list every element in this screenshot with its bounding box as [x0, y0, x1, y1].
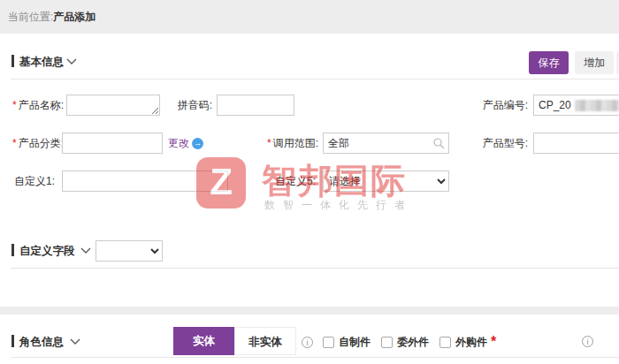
product-name-input[interactable] — [66, 95, 160, 116]
tab-entity[interactable]: 实体 — [173, 327, 234, 355]
breadcrumb-prefix: 当前位置: — [8, 11, 53, 23]
pinyin-input[interactable] — [217, 95, 294, 116]
part-type-options: i 自制件 委外件 外购件 * — [302, 329, 498, 355]
custom1-label: 自定义1: — [4, 171, 55, 192]
category-label: *产品分类: — [4, 133, 64, 154]
outsourced-label: 委外件 — [397, 335, 429, 350]
product-no-value: CP_20 — [539, 99, 571, 111]
required-mark: * — [12, 137, 17, 149]
info-icon[interactable]: i — [302, 337, 313, 348]
breadcrumb-current: 产品添加 — [53, 11, 96, 23]
self-made-checkbox[interactable] — [323, 337, 334, 348]
required-mark: * — [12, 99, 17, 111]
required-mark: * — [491, 334, 496, 350]
pinyin-label: 拼音码: — [159, 95, 212, 116]
scope-input[interactable] — [323, 133, 449, 154]
chevron-down-icon[interactable] — [70, 338, 80, 345]
custom1-input[interactable] — [62, 171, 228, 192]
save-button[interactable]: 保存 — [529, 51, 569, 74]
self-made-label: 自制件 — [339, 335, 371, 350]
custom5-select[interactable]: 请选择 — [323, 171, 449, 192]
product-name-label: *产品名称: — [4, 95, 64, 116]
section-marker — [11, 335, 14, 347]
category-input[interactable] — [62, 133, 163, 154]
model-input[interactable] — [533, 133, 619, 154]
section-title-custom: 自定义字段 — [19, 244, 75, 259]
section-marker — [11, 55, 14, 67]
chevron-down-icon[interactable] — [80, 247, 91, 254]
divider — [11, 357, 619, 358]
divider — [11, 79, 619, 80]
required-mark: * — [267, 137, 271, 149]
arrow-circle-icon[interactable]: → — [192, 138, 203, 149]
purchased-label: 外购件 — [455, 335, 487, 350]
product-no-label: 产品编号: — [469, 95, 528, 116]
section-title-role: 角色信息 — [19, 335, 64, 350]
divider — [11, 268, 619, 269]
scope-label: *调用范围: — [256, 133, 318, 154]
watermark-tagline: 数智一体化先行者 — [264, 198, 413, 213]
model-label: 产品型号: — [469, 133, 528, 154]
custom-field-select[interactable] — [96, 240, 163, 262]
info-icon[interactable]: i — [582, 336, 593, 347]
breadcrumb: 当前位置:产品添加 — [0, 0, 619, 34]
section-title-basic: 基本信息 — [19, 55, 64, 70]
outsourced-checkbox[interactable] — [381, 337, 393, 348]
tab-non-entity[interactable]: 非实体 — [234, 327, 296, 355]
category-change-link[interactable]: 更改 — [168, 133, 189, 154]
product-add-page: 当前位置:产品添加 基本信息 保存 增加 *产品名称: 拼音码: 产品编号: C… — [0, 0, 619, 364]
redacted-value — [575, 100, 619, 111]
chevron-down-icon[interactable] — [66, 58, 77, 65]
custom5-label: 自定义5: — [265, 171, 316, 192]
product-no-input[interactable]: CP_20 — [533, 95, 619, 116]
add-button[interactable]: 增加 — [575, 51, 614, 74]
entity-tabs: 实体 非实体 — [173, 327, 296, 355]
section-separator — [0, 307, 619, 315]
purchased-checkbox[interactable] — [439, 337, 451, 348]
section-marker — [11, 244, 14, 256]
